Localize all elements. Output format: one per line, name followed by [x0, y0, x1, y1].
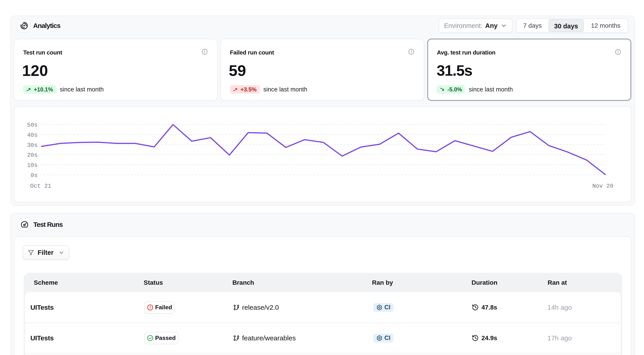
svg-text:10s: 10s: [27, 162, 38, 169]
svg-text:30s: 30s: [27, 142, 38, 149]
svg-text:Nov 20: Nov 20: [592, 183, 614, 190]
svg-text:50s: 50s: [27, 122, 38, 128]
svg-text:40s: 40s: [27, 132, 38, 138]
svg-text:Oct 21: Oct 21: [30, 183, 51, 190]
svg-text:0s: 0s: [30, 172, 38, 179]
svg-text:20s: 20s: [27, 152, 38, 158]
